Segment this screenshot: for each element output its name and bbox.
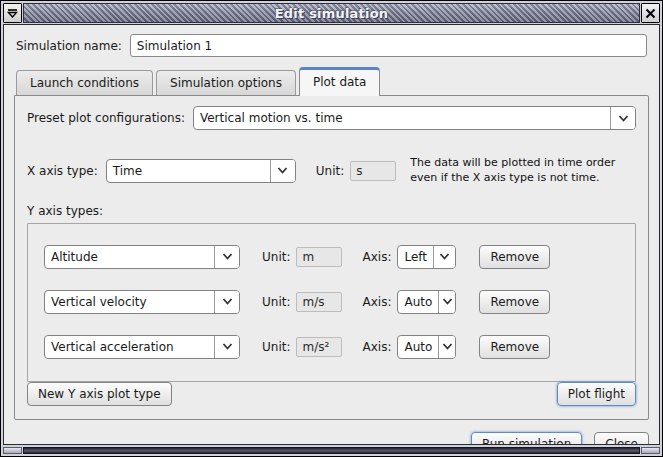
chevron-down-icon[interactable] bbox=[214, 291, 239, 313]
dialog-body: Simulation name: Launch conditions Simul… bbox=[3, 24, 660, 445]
axis-value: Auto bbox=[398, 291, 438, 313]
axis-select[interactable]: Auto bbox=[397, 290, 456, 314]
tab-launch-conditions[interactable]: Launch conditions bbox=[16, 70, 153, 95]
titlebar: Edit simulation bbox=[3, 3, 660, 23]
axis-value: Auto bbox=[398, 336, 438, 358]
x-axis-unit-label: Unit: bbox=[316, 164, 344, 178]
window-bottom-edge[interactable] bbox=[23, 447, 640, 454]
unit-label: Unit: bbox=[262, 250, 290, 264]
axis-value: Left bbox=[398, 246, 433, 268]
chevron-down-icon[interactable] bbox=[214, 246, 239, 268]
window-menu-icon bbox=[7, 9, 18, 18]
y-axis-row: Altitude Unit: m Axis: Left Remov bbox=[44, 245, 619, 269]
simulation-name-input[interactable] bbox=[130, 34, 647, 57]
close-button[interactable]: Close bbox=[594, 432, 649, 445]
y-axis-row: Vertical velocity Unit: m/s Axis: Auto bbox=[44, 290, 619, 314]
preset-config-value: Vertical motion vs. time bbox=[194, 107, 610, 129]
window-title: Edit simulation bbox=[275, 6, 388, 21]
preset-config-label: Preset plot configurations: bbox=[27, 111, 185, 125]
tab-plot-data[interactable]: Plot data bbox=[299, 67, 380, 96]
close-icon bbox=[645, 8, 656, 19]
y-axis-types-label: Y axis types: bbox=[27, 204, 636, 218]
axis-select[interactable]: Auto bbox=[397, 335, 456, 359]
window-bottom-border bbox=[3, 447, 660, 454]
unit-value: m bbox=[296, 247, 342, 267]
unit-label: Unit: bbox=[262, 295, 290, 309]
axis-select[interactable]: Left bbox=[397, 245, 456, 269]
axis-label: Axis: bbox=[362, 295, 391, 309]
axis-label: Axis: bbox=[362, 340, 391, 354]
unit-value: m/s² bbox=[296, 337, 342, 357]
window-resize-grip-right[interactable] bbox=[641, 447, 660, 454]
chevron-down-icon[interactable] bbox=[610, 107, 635, 129]
y-type-select[interactable]: Vertical acceleration bbox=[44, 335, 240, 359]
window-menu-button[interactable] bbox=[3, 3, 22, 23]
y-axis-row: Vertical acceleration Unit: m/s² Axis: A… bbox=[44, 335, 619, 359]
y-type-select[interactable]: Altitude bbox=[44, 245, 240, 269]
simulation-name-label: Simulation name: bbox=[16, 39, 122, 53]
x-axis-type-value: Time bbox=[107, 160, 270, 182]
tab-bar: Launch conditions Simulation options Plo… bbox=[14, 67, 649, 95]
unit-value: m/s bbox=[296, 292, 342, 312]
window-resize-grip-left[interactable] bbox=[3, 447, 22, 454]
axis-label: Axis: bbox=[362, 250, 391, 264]
x-axis-type-label: X axis type: bbox=[27, 164, 98, 178]
plot-flight-button[interactable]: Plot flight bbox=[557, 382, 636, 406]
plot-data-panel: Preset plot configurations: Vertical mot… bbox=[14, 95, 649, 420]
edit-simulation-window: Edit simulation Simulation name: Launch … bbox=[0, 0, 663, 457]
y-type-select[interactable]: Vertical velocity bbox=[44, 290, 240, 314]
chevron-down-icon[interactable] bbox=[438, 336, 455, 358]
unit-label: Unit: bbox=[262, 340, 290, 354]
y-type-value: Vertical velocity bbox=[45, 291, 214, 313]
remove-button[interactable]: Remove bbox=[479, 335, 550, 359]
chevron-down-icon[interactable] bbox=[270, 160, 295, 182]
new-y-axis-button[interactable]: New Y axis plot type bbox=[27, 382, 172, 406]
chevron-down-icon[interactable] bbox=[214, 336, 239, 358]
tab-simulation-options[interactable]: Simulation options bbox=[156, 70, 296, 95]
y-axis-group: Altitude Unit: m Axis: Left Remov bbox=[27, 223, 636, 382]
chevron-down-icon[interactable] bbox=[433, 246, 455, 268]
preset-config-select[interactable]: Vertical motion vs. time bbox=[193, 106, 636, 130]
run-simulation-button[interactable]: Run simulation bbox=[471, 432, 582, 445]
x-axis-unit-value: s bbox=[350, 161, 396, 181]
titlebar-hatch[interactable]: Edit simulation bbox=[23, 3, 640, 23]
window-close-button[interactable] bbox=[641, 3, 660, 23]
remove-button[interactable]: Remove bbox=[479, 245, 550, 269]
chevron-down-icon[interactable] bbox=[438, 291, 455, 313]
remove-button[interactable]: Remove bbox=[479, 290, 550, 314]
y-type-value: Vertical acceleration bbox=[45, 336, 214, 358]
x-axis-note: The data will be plotted in time order e… bbox=[410, 156, 636, 186]
x-axis-type-select[interactable]: Time bbox=[106, 159, 296, 183]
y-type-value: Altitude bbox=[45, 246, 214, 268]
